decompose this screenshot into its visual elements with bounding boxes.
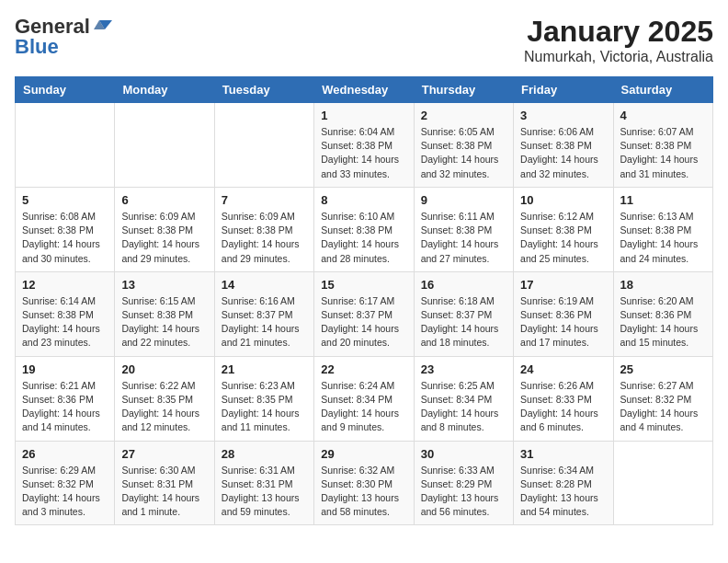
calendar-cell: 24Sunrise: 6:26 AM Sunset: 8:33 PM Dayli… (514, 356, 613, 441)
calendar-cell: 23Sunrise: 6:25 AM Sunset: 8:34 PM Dayli… (414, 356, 513, 441)
day-info: Sunrise: 6:32 AM Sunset: 8:30 PM Dayligh… (321, 464, 406, 520)
page-title: January 2025 (524, 15, 713, 49)
day-info: Sunrise: 6:16 AM Sunset: 8:37 PM Dayligh… (222, 294, 307, 350)
day-info: Sunrise: 6:30 AM Sunset: 8:31 PM Dayligh… (121, 464, 207, 520)
calendar-cell: 15Sunrise: 6:17 AM Sunset: 8:37 PM Dayli… (314, 271, 414, 356)
calendar-cell (115, 103, 214, 188)
day-header-saturday: Saturday (613, 77, 712, 103)
calendar-cell: 8Sunrise: 6:10 AM Sunset: 8:38 PM Daylig… (314, 187, 414, 271)
day-number: 2 (421, 109, 506, 122)
day-header-tuesday: Tuesday (214, 77, 313, 103)
calendar-cell: 13Sunrise: 6:15 AM Sunset: 8:38 PM Dayli… (115, 271, 214, 356)
day-number: 14 (222, 278, 307, 292)
page-subtitle: Numurkah, Victoria, Australia (524, 49, 713, 65)
day-number: 5 (22, 193, 108, 207)
day-number: 17 (520, 278, 606, 292)
calendar-cell: 18Sunrise: 6:20 AM Sunset: 8:36 PM Dayli… (613, 271, 712, 356)
day-info: Sunrise: 6:24 AM Sunset: 8:34 PM Dayligh… (321, 379, 406, 435)
day-info: Sunrise: 6:15 AM Sunset: 8:38 PM Dayligh… (121, 294, 207, 350)
calendar-cell (16, 103, 115, 188)
week-row-3: 12Sunrise: 6:14 AM Sunset: 8:38 PM Dayli… (16, 271, 713, 356)
day-number: 12 (22, 278, 108, 292)
day-info: Sunrise: 6:14 AM Sunset: 8:38 PM Dayligh… (22, 294, 108, 350)
day-info: Sunrise: 6:19 AM Sunset: 8:36 PM Dayligh… (520, 294, 606, 350)
week-row-4: 19Sunrise: 6:21 AM Sunset: 8:36 PM Dayli… (16, 356, 713, 441)
day-number: 16 (421, 278, 506, 292)
calendar-cell (613, 441, 712, 525)
day-number: 7 (222, 193, 307, 207)
day-number: 24 (520, 362, 606, 376)
day-number: 1 (321, 109, 406, 122)
day-info: Sunrise: 6:34 AM Sunset: 8:28 PM Dayligh… (520, 464, 606, 520)
day-header-thursday: Thursday (414, 77, 513, 103)
day-number: 18 (620, 278, 706, 292)
day-number: 8 (321, 193, 406, 207)
day-info: Sunrise: 6:12 AM Sunset: 8:38 PM Dayligh… (520, 210, 606, 266)
day-info: Sunrise: 6:06 AM Sunset: 8:38 PM Dayligh… (520, 125, 606, 181)
week-row-1: 1Sunrise: 6:04 AM Sunset: 8:38 PM Daylig… (16, 103, 713, 188)
calendar-cell: 19Sunrise: 6:21 AM Sunset: 8:36 PM Dayli… (16, 356, 115, 441)
logo: General Blue (15, 15, 112, 59)
day-number: 23 (421, 362, 506, 376)
day-header-monday: Monday (115, 77, 214, 103)
day-number: 11 (620, 193, 706, 207)
day-number: 21 (222, 362, 307, 376)
calendar-cell: 31Sunrise: 6:34 AM Sunset: 8:28 PM Dayli… (514, 441, 613, 525)
day-number: 28 (222, 447, 307, 461)
calendar-cell: 10Sunrise: 6:12 AM Sunset: 8:38 PM Dayli… (514, 187, 613, 271)
day-number: 19 (22, 362, 108, 376)
calendar-cell: 4Sunrise: 6:07 AM Sunset: 8:38 PM Daylig… (613, 103, 712, 188)
day-header-sunday: Sunday (16, 77, 115, 103)
calendar-body: 1Sunrise: 6:04 AM Sunset: 8:38 PM Daylig… (16, 103, 713, 525)
calendar-cell (214, 103, 313, 188)
calendar-cell: 22Sunrise: 6:24 AM Sunset: 8:34 PM Dayli… (314, 356, 414, 441)
day-info: Sunrise: 6:18 AM Sunset: 8:37 PM Dayligh… (421, 294, 506, 350)
day-info: Sunrise: 6:23 AM Sunset: 8:35 PM Dayligh… (222, 379, 307, 435)
day-info: Sunrise: 6:09 AM Sunset: 8:38 PM Dayligh… (121, 210, 207, 266)
day-info: Sunrise: 6:22 AM Sunset: 8:35 PM Dayligh… (121, 379, 207, 435)
day-info: Sunrise: 6:07 AM Sunset: 8:38 PM Dayligh… (620, 125, 706, 181)
day-info: Sunrise: 6:13 AM Sunset: 8:38 PM Dayligh… (620, 210, 706, 266)
calendar-cell: 11Sunrise: 6:13 AM Sunset: 8:38 PM Dayli… (613, 187, 712, 271)
calendar-cell: 28Sunrise: 6:31 AM Sunset: 8:31 PM Dayli… (214, 441, 313, 525)
day-info: Sunrise: 6:11 AM Sunset: 8:38 PM Dayligh… (421, 210, 506, 266)
day-number: 10 (520, 193, 606, 207)
calendar-cell: 14Sunrise: 6:16 AM Sunset: 8:37 PM Dayli… (214, 271, 313, 356)
calendar-cell: 1Sunrise: 6:04 AM Sunset: 8:38 PM Daylig… (314, 103, 414, 188)
calendar-cell: 6Sunrise: 6:09 AM Sunset: 8:38 PM Daylig… (115, 187, 214, 271)
calendar-cell: 21Sunrise: 6:23 AM Sunset: 8:35 PM Dayli… (214, 356, 313, 441)
day-number: 15 (321, 278, 406, 292)
day-info: Sunrise: 6:33 AM Sunset: 8:29 PM Dayligh… (421, 464, 506, 520)
day-number: 4 (620, 109, 706, 122)
day-number: 20 (121, 362, 207, 376)
day-number: 9 (421, 193, 506, 207)
calendar-cell: 3Sunrise: 6:06 AM Sunset: 8:38 PM Daylig… (514, 103, 613, 188)
day-number: 22 (321, 362, 406, 376)
day-info: Sunrise: 6:20 AM Sunset: 8:36 PM Dayligh… (620, 294, 706, 350)
calendar-cell: 30Sunrise: 6:33 AM Sunset: 8:29 PM Dayli… (414, 441, 513, 525)
day-info: Sunrise: 6:04 AM Sunset: 8:38 PM Dayligh… (321, 125, 406, 181)
calendar-cell: 12Sunrise: 6:14 AM Sunset: 8:38 PM Dayli… (16, 271, 115, 356)
calendar-table: SundayMondayTuesdayWednesdayThursdayFrid… (15, 76, 713, 525)
day-info: Sunrise: 6:27 AM Sunset: 8:32 PM Dayligh… (620, 379, 706, 435)
week-row-5: 26Sunrise: 6:29 AM Sunset: 8:32 PM Dayli… (16, 441, 713, 525)
day-info: Sunrise: 6:09 AM Sunset: 8:38 PM Dayligh… (222, 210, 307, 266)
day-number: 27 (121, 447, 207, 461)
calendar-cell: 17Sunrise: 6:19 AM Sunset: 8:36 PM Dayli… (514, 271, 613, 356)
day-info: Sunrise: 6:21 AM Sunset: 8:36 PM Dayligh… (22, 379, 108, 435)
day-info: Sunrise: 6:25 AM Sunset: 8:34 PM Dayligh… (421, 379, 506, 435)
day-info: Sunrise: 6:17 AM Sunset: 8:37 PM Dayligh… (321, 294, 406, 350)
calendar-cell: 7Sunrise: 6:09 AM Sunset: 8:38 PM Daylig… (214, 187, 313, 271)
calendar-cell: 5Sunrise: 6:08 AM Sunset: 8:38 PM Daylig… (16, 187, 115, 271)
title-block: January 2025 Numurkah, Victoria, Austral… (524, 15, 713, 65)
day-info: Sunrise: 6:29 AM Sunset: 8:32 PM Dayligh… (22, 464, 108, 520)
day-number: 29 (321, 447, 406, 461)
logo-blue-text: Blue (15, 35, 59, 59)
week-row-2: 5Sunrise: 6:08 AM Sunset: 8:38 PM Daylig… (16, 187, 713, 271)
calendar-cell: 26Sunrise: 6:29 AM Sunset: 8:32 PM Dayli… (16, 441, 115, 525)
day-number: 6 (121, 193, 207, 207)
day-number: 26 (22, 447, 108, 461)
day-header-wednesday: Wednesday (314, 77, 414, 103)
day-info: Sunrise: 6:08 AM Sunset: 8:38 PM Dayligh… (22, 210, 108, 266)
calendar-cell: 2Sunrise: 6:05 AM Sunset: 8:38 PM Daylig… (414, 103, 513, 188)
